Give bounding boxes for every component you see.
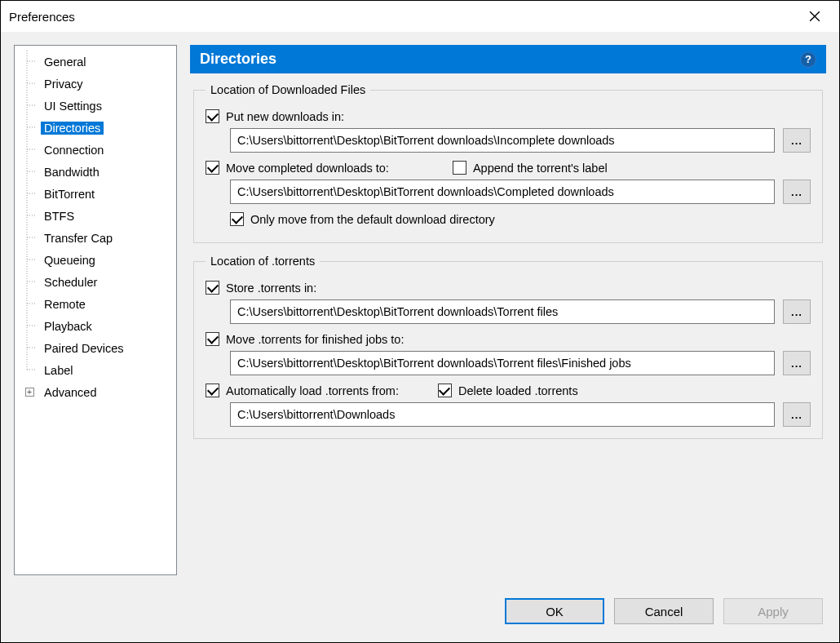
tree-item-queueing[interactable]: Queueing [18, 249, 173, 271]
tree-branch-icon [18, 293, 41, 315]
tree-branch-icon [18, 271, 41, 293]
input-put-new-downloads-path[interactable] [230, 128, 775, 153]
group-torrent-location: Location of .torrents Store .torrents in… [193, 255, 823, 439]
tree-item-label: Advanced [41, 386, 100, 399]
label-append-label[interactable]: Append the torrent's label [473, 162, 608, 175]
tree-branch-icon [18, 73, 41, 95]
browse-autoload[interactable]: ... [783, 402, 811, 427]
category-tree: GeneralPrivacyUI SettingsDirectoriesConn… [14, 45, 177, 575]
tree-item-connection[interactable]: Connection [18, 139, 173, 161]
checkbox-append-label[interactable] [453, 161, 466, 175]
browse-move-completed[interactable]: ... [783, 180, 811, 204]
tree-item-label: Playback [41, 320, 95, 333]
group-legend: Location of Downloaded Files [206, 83, 370, 96]
dialog-footer: OK Cancel Apply [1, 588, 839, 642]
panel-title: Directories [200, 51, 276, 68]
tree-item-label: Scheduler [41, 276, 100, 289]
tree-branch-icon [18, 249, 41, 271]
browse-move-finished-torrents[interactable]: ... [783, 351, 811, 375]
close-icon [809, 11, 820, 22]
tree-item-label: BitTorrent [41, 188, 98, 201]
titlebar: Preferences [1, 1, 839, 32]
tree-item-label: Label [41, 364, 76, 377]
tree-item-label: BTFS [41, 210, 77, 223]
panel-header: Directories ? [190, 45, 826, 73]
label-put-new-downloads[interactable]: Put new downloads in: [226, 110, 344, 123]
checkbox-only-move-default[interactable] [230, 212, 244, 226]
ok-button[interactable]: OK [505, 598, 604, 624]
tree-item-label: General [41, 55, 90, 69]
checkbox-put-new-downloads[interactable] [206, 109, 219, 123]
tree-item-label: Transfer Cap [41, 232, 116, 245]
tree-item-advanced[interactable]: +Advanced [18, 381, 173, 403]
checkbox-move-finished-torrents[interactable] [206, 332, 219, 346]
tree-branch-icon [18, 205, 41, 227]
tree-branch-icon [18, 95, 41, 117]
group-downloaded-files: Location of Downloaded Files Put new dow… [193, 83, 823, 243]
label-only-move-default[interactable]: Only move from the default download dire… [250, 213, 495, 226]
checkbox-delete-loaded-torrents[interactable] [438, 384, 452, 397]
tree-item-directories[interactable]: Directories [18, 117, 173, 139]
tree-item-label: Directories [41, 122, 104, 135]
input-move-finished-torrents-path[interactable] [230, 351, 775, 375]
label-autoload-torrents[interactable]: Automatically load .torrents from: [226, 384, 399, 397]
tree-item-privacy[interactable]: Privacy [18, 73, 173, 95]
content-area: GeneralPrivacyUI SettingsDirectoriesConn… [1, 32, 839, 588]
tree-branch-icon [18, 183, 41, 205]
tree-branch-icon [18, 51, 41, 73]
close-button[interactable] [798, 1, 831, 32]
checkbox-store-torrents[interactable] [206, 281, 219, 295]
label-move-finished-torrents[interactable]: Move .torrents for finished jobs to: [226, 333, 404, 346]
tree-branch-icon [18, 337, 41, 359]
checkbox-autoload-torrents[interactable] [206, 384, 219, 397]
tree-branch-icon [18, 117, 41, 139]
settings-panel: Directories ? Location of Downloaded Fil… [190, 45, 826, 575]
tree-item-label: UI Settings [41, 100, 105, 113]
window-title: Preferences [9, 10, 798, 24]
tree-branch-icon [18, 139, 41, 161]
checkbox-move-completed[interactable] [206, 161, 219, 175]
input-store-torrents-path[interactable] [230, 299, 775, 324]
tree-item-label: Bandwidth [41, 166, 103, 179]
group-legend: Location of .torrents [206, 255, 320, 268]
preferences-window: Preferences GeneralPrivacyUI SettingsDir… [0, 0, 840, 643]
browse-store-torrents[interactable]: ... [783, 299, 811, 324]
tree-item-label: Privacy [41, 78, 86, 91]
tree-item-transfer-cap[interactable]: Transfer Cap [18, 227, 173, 249]
label-store-torrents[interactable]: Store .torrents in: [226, 282, 316, 295]
apply-button[interactable]: Apply [723, 598, 823, 624]
tree-item-playback[interactable]: Playback [18, 315, 173, 337]
tree-item-bandwidth[interactable]: Bandwidth [18, 161, 173, 183]
tree-branch-icon [18, 315, 41, 337]
tree-item-label: Remote [41, 298, 89, 311]
tree-item-label: Queueing [41, 254, 99, 267]
tree-item-btfs[interactable]: BTFS [18, 205, 173, 227]
tree-item-scheduler[interactable]: Scheduler [18, 271, 173, 293]
label-move-completed[interactable]: Move completed downloads to: [226, 162, 389, 175]
tree-expand-icon[interactable]: + [18, 388, 41, 397]
tree-branch-icon [18, 359, 41, 381]
tree-item-label[interactable]: Label [18, 359, 173, 381]
tree-item-ui-settings[interactable]: UI Settings [18, 95, 173, 117]
cancel-button[interactable]: Cancel [614, 598, 714, 624]
input-move-completed-path[interactable] [230, 180, 775, 204]
label-delete-loaded-torrents[interactable]: Delete loaded .torrents [458, 384, 578, 397]
tree-item-general[interactable]: General [18, 51, 173, 73]
panel-body: Location of Downloaded Files Put new dow… [190, 73, 826, 575]
tree-item-label: Connection [41, 144, 107, 157]
tree-item-remote[interactable]: Remote [18, 293, 173, 315]
tree-branch-icon [18, 161, 41, 183]
tree-item-paired-devices[interactable]: Paired Devices [18, 337, 173, 359]
browse-put-new-downloads[interactable]: ... [783, 128, 811, 153]
tree-item-label: Paired Devices [41, 342, 127, 355]
tree-item-bittorrent[interactable]: BitTorrent [18, 183, 173, 205]
input-autoload-path[interactable] [230, 402, 775, 427]
tree-branch-icon [18, 227, 41, 249]
help-icon[interactable]: ? [800, 51, 816, 68]
